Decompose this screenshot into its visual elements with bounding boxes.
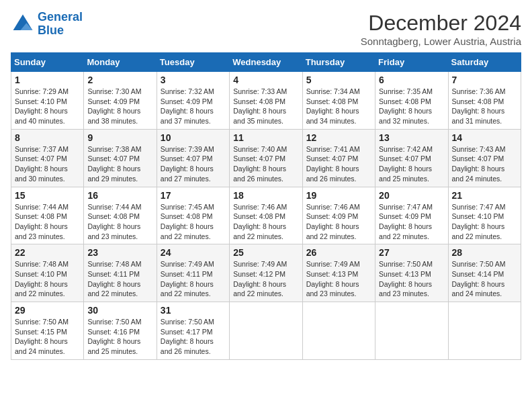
day-info: Sunrise: 7:48 AM Sunset: 4:11 PM Dayligh… (87, 259, 152, 299)
day-info: Sunrise: 7:50 AM Sunset: 4:14 PM Dayligh… (452, 259, 517, 299)
calendar-cell: 11 Sunrise: 7:40 AM Sunset: 4:07 PM Dayl… (230, 129, 302, 187)
calendar-cell: 20 Sunrise: 7:47 AM Sunset: 4:09 PM Dayl… (375, 187, 448, 244)
page-subtitle: Sonntagberg, Lower Austria, Austria (361, 36, 521, 47)
header-sunday: Sunday (11, 53, 84, 72)
calendar-week-5: 29 Sunrise: 7:50 AM Sunset: 4:15 PM Dayl… (11, 302, 521, 360)
day-info: Sunrise: 7:41 AM Sunset: 4:07 PM Dayligh… (306, 144, 371, 184)
day-number: 9 (87, 132, 152, 143)
calendar-cell: 4 Sunrise: 7:33 AM Sunset: 4:08 PM Dayli… (230, 72, 302, 130)
day-info: Sunrise: 7:50 AM Sunset: 4:16 PM Dayligh… (87, 317, 152, 357)
day-number: 27 (379, 247, 444, 258)
day-number: 16 (87, 190, 152, 201)
day-number: 1 (15, 75, 80, 85)
day-number: 17 (161, 190, 226, 201)
calendar-cell (230, 302, 302, 360)
day-info: Sunrise: 7:34 AM Sunset: 4:08 PM Dayligh… (306, 87, 371, 126)
day-info: Sunrise: 7:44 AM Sunset: 4:08 PM Dayligh… (87, 202, 152, 242)
day-number: 3 (161, 75, 226, 85)
calendar-header-row: SundayMondayTuesdayWednesdayThursdayFrid… (11, 53, 521, 72)
calendar-cell: 29 Sunrise: 7:50 AM Sunset: 4:15 PM Dayl… (11, 302, 84, 360)
day-info: Sunrise: 7:50 AM Sunset: 4:13 PM Dayligh… (379, 259, 444, 299)
calendar-cell (448, 302, 521, 360)
day-number: 5 (306, 75, 371, 85)
calendar-cell: 6 Sunrise: 7:35 AM Sunset: 4:08 PM Dayli… (375, 72, 448, 130)
page-header: General Blue December 2024 Sonntagberg, … (11, 11, 521, 47)
calendar-cell: 18 Sunrise: 7:46 AM Sunset: 4:08 PM Dayl… (230, 187, 302, 244)
day-info: Sunrise: 7:47 AM Sunset: 4:09 PM Dayligh… (379, 202, 444, 242)
calendar-cell: 14 Sunrise: 7:43 AM Sunset: 4:07 PM Dayl… (448, 129, 521, 187)
calendar-cell: 7 Sunrise: 7:36 AM Sunset: 4:08 PM Dayli… (448, 72, 521, 130)
calendar-cell (375, 302, 448, 360)
calendar-cell: 30 Sunrise: 7:50 AM Sunset: 4:16 PM Dayl… (84, 302, 157, 360)
calendar-cell: 21 Sunrise: 7:47 AM Sunset: 4:10 PM Dayl… (448, 187, 521, 244)
day-number: 12 (306, 132, 371, 143)
day-number: 20 (379, 190, 444, 201)
calendar-cell: 2 Sunrise: 7:30 AM Sunset: 4:09 PM Dayli… (84, 72, 157, 130)
day-number: 11 (233, 132, 298, 143)
header-monday: Monday (84, 53, 157, 72)
header-thursday: Thursday (302, 53, 375, 72)
day-number: 8 (15, 132, 80, 143)
calendar-week-1: 1 Sunrise: 7:29 AM Sunset: 4:10 PM Dayli… (11, 72, 521, 130)
calendar-cell: 3 Sunrise: 7:32 AM Sunset: 4:09 PM Dayli… (157, 72, 229, 130)
calendar-cell: 28 Sunrise: 7:50 AM Sunset: 4:14 PM Dayl… (448, 244, 521, 302)
calendar-cell: 15 Sunrise: 7:44 AM Sunset: 4:08 PM Dayl… (11, 187, 84, 244)
day-number: 18 (233, 190, 298, 201)
day-info: Sunrise: 7:48 AM Sunset: 4:10 PM Dayligh… (15, 259, 80, 299)
day-info: Sunrise: 7:36 AM Sunset: 4:08 PM Dayligh… (452, 87, 517, 126)
calendar-cell: 1 Sunrise: 7:29 AM Sunset: 4:10 PM Dayli… (11, 72, 84, 130)
day-info: Sunrise: 7:46 AM Sunset: 4:09 PM Dayligh… (306, 202, 371, 242)
calendar-cell: 31 Sunrise: 7:50 AM Sunset: 4:17 PM Dayl… (157, 302, 229, 360)
calendar-week-3: 15 Sunrise: 7:44 AM Sunset: 4:08 PM Dayl… (11, 187, 521, 244)
day-info: Sunrise: 7:33 AM Sunset: 4:08 PM Dayligh… (233, 87, 298, 126)
calendar-cell: 8 Sunrise: 7:37 AM Sunset: 4:07 PM Dayli… (11, 129, 84, 187)
day-number: 28 (452, 247, 517, 258)
calendar-cell (302, 302, 375, 360)
day-number: 13 (379, 132, 444, 143)
day-info: Sunrise: 7:50 AM Sunset: 4:15 PM Dayligh… (15, 317, 80, 357)
day-number: 29 (15, 305, 80, 316)
day-info: Sunrise: 7:37 AM Sunset: 4:07 PM Dayligh… (15, 144, 80, 184)
day-info: Sunrise: 7:49 AM Sunset: 4:13 PM Dayligh… (306, 259, 371, 299)
day-info: Sunrise: 7:39 AM Sunset: 4:07 PM Dayligh… (161, 144, 226, 184)
day-info: Sunrise: 7:29 AM Sunset: 4:10 PM Dayligh… (15, 87, 80, 126)
calendar-week-2: 8 Sunrise: 7:37 AM Sunset: 4:07 PM Dayli… (11, 129, 521, 187)
calendar-cell: 27 Sunrise: 7:50 AM Sunset: 4:13 PM Dayl… (375, 244, 448, 302)
day-info: Sunrise: 7:50 AM Sunset: 4:17 PM Dayligh… (161, 317, 226, 357)
day-number: 24 (161, 247, 226, 258)
logo-text: General Blue (38, 11, 83, 38)
day-number: 7 (452, 75, 517, 85)
day-info: Sunrise: 7:44 AM Sunset: 4:08 PM Dayligh… (15, 202, 80, 242)
day-info: Sunrise: 7:32 AM Sunset: 4:09 PM Dayligh… (161, 87, 226, 126)
day-info: Sunrise: 7:49 AM Sunset: 4:12 PM Dayligh… (233, 259, 298, 299)
calendar-cell: 5 Sunrise: 7:34 AM Sunset: 4:08 PM Dayli… (302, 72, 375, 130)
header-wednesday: Wednesday (230, 53, 302, 72)
day-number: 14 (452, 132, 517, 143)
calendar-cell: 17 Sunrise: 7:45 AM Sunset: 4:08 PM Dayl… (157, 187, 229, 244)
calendar-cell: 9 Sunrise: 7:38 AM Sunset: 4:07 PM Dayli… (84, 129, 157, 187)
day-info: Sunrise: 7:45 AM Sunset: 4:08 PM Dayligh… (161, 202, 226, 242)
day-number: 30 (87, 305, 152, 316)
day-info: Sunrise: 7:46 AM Sunset: 4:08 PM Dayligh… (233, 202, 298, 242)
day-info: Sunrise: 7:42 AM Sunset: 4:07 PM Dayligh… (379, 144, 444, 184)
day-number: 2 (87, 75, 152, 85)
day-number: 25 (233, 247, 298, 258)
day-info: Sunrise: 7:38 AM Sunset: 4:07 PM Dayligh… (87, 144, 152, 184)
calendar-cell: 22 Sunrise: 7:48 AM Sunset: 4:10 PM Dayl… (11, 244, 84, 302)
calendar-cell: 12 Sunrise: 7:41 AM Sunset: 4:07 PM Dayl… (302, 129, 375, 187)
logo: General Blue (11, 11, 83, 38)
day-number: 15 (15, 190, 80, 201)
day-number: 26 (306, 247, 371, 258)
calendar-cell: 10 Sunrise: 7:39 AM Sunset: 4:07 PM Dayl… (157, 129, 229, 187)
day-info: Sunrise: 7:47 AM Sunset: 4:10 PM Dayligh… (452, 202, 517, 242)
logo-icon (11, 12, 35, 36)
logo-line2: Blue (38, 24, 64, 37)
header-tuesday: Tuesday (157, 53, 229, 72)
day-number: 19 (306, 190, 371, 201)
day-info: Sunrise: 7:40 AM Sunset: 4:07 PM Dayligh… (233, 144, 298, 184)
calendar-cell: 19 Sunrise: 7:46 AM Sunset: 4:09 PM Dayl… (302, 187, 375, 244)
day-number: 31 (161, 305, 226, 316)
calendar-cell: 24 Sunrise: 7:49 AM Sunset: 4:11 PM Dayl… (157, 244, 229, 302)
day-number: 10 (161, 132, 226, 143)
day-info: Sunrise: 7:30 AM Sunset: 4:09 PM Dayligh… (87, 87, 152, 126)
